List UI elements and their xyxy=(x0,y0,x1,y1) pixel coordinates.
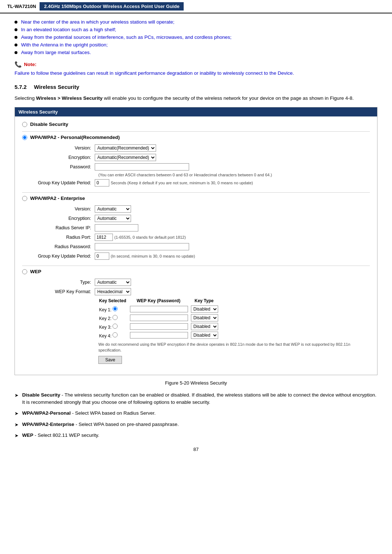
wpa-enterprise-radio[interactable] xyxy=(22,196,27,201)
col-key-type: Key Type xyxy=(190,297,220,305)
radius-ip-input[interactable] xyxy=(95,224,138,231)
group-key-hint: Seconds (Keep it default if you are not … xyxy=(111,181,370,185)
ws-box-header: Wireless Security xyxy=(15,107,377,116)
key4-input[interactable] xyxy=(130,332,188,338)
ent-version-row: Version: Automatic WPA WPA2 xyxy=(22,205,370,213)
password-hint-row: (You can enter ASCII characters between … xyxy=(22,173,370,177)
key2-radio[interactable] xyxy=(113,315,118,320)
radius-port-row: Radius Port: (1-65535, 0 stands for defa… xyxy=(22,234,370,241)
desc-item-text: WPA/WPA2-Enterprise - Select WPA based o… xyxy=(22,421,179,428)
key3-radio[interactable] xyxy=(113,324,118,329)
list-item-text: Away from large metal surfaces. xyxy=(21,50,91,55)
desc-term: WPA/WPA2-Personal xyxy=(22,410,71,416)
radius-port-hint: (1-65535, 0 stands for default port 1812… xyxy=(114,235,370,239)
version-select[interactable]: Automatic(Recommended) WPA WPA2 xyxy=(95,144,156,152)
key2-type-select[interactable]: Disabled 64bit 128bit 152bit xyxy=(191,314,218,321)
save-button[interactable]: Save xyxy=(98,356,122,364)
wpa-personal-radio[interactable] xyxy=(22,135,27,140)
section-description: Selecting Wireless > Wireless Security w… xyxy=(15,94,377,102)
section-number: 5.7.2 xyxy=(15,84,26,90)
version-row: Version: Automatic(Recommended) WPA WPA2 xyxy=(22,144,370,152)
wep-form: Type: Automatic Open System Shared Key W… xyxy=(22,279,370,364)
page-header: TL-WA7210N 2.4GHz 150Mbps Outdoor Wirele… xyxy=(0,0,392,13)
bullet-dot xyxy=(15,51,17,54)
key3-type-cell: Disabled 64bit 128bit 152bit xyxy=(190,322,220,331)
ws-box-body: Disable Security WPA/WPA2 - Personal(Rec… xyxy=(15,116,377,375)
key1-type-select[interactable]: Disabled 64bit 128bit 152bit xyxy=(191,305,218,313)
ent-encryption-label: Encryption: xyxy=(22,216,95,221)
wep-format-select[interactable]: Hexadecimal ASCII xyxy=(95,288,131,295)
password-hint: (You can enter ASCII characters between … xyxy=(98,173,272,177)
key2-input-cell xyxy=(129,313,190,322)
wpa-enterprise-row: WPA/WPA2 - Enterprise xyxy=(22,196,370,201)
wep-radio[interactable] xyxy=(22,269,27,274)
ent-group-key-row: Group Key Update Period: (In second, min… xyxy=(22,253,370,260)
header-title: 2.4GHz 150Mbps Outdoor Wireless Access P… xyxy=(40,2,184,11)
page-body: Near the center of the area in which you… xyxy=(0,19,392,467)
section-title: Wireless Security xyxy=(34,84,79,90)
list-item-text: Away from the potential sources of inter… xyxy=(21,34,232,40)
wireless-security-box: Wireless Security Disable Security WPA/W… xyxy=(15,107,377,375)
key4-type-cell: Disabled 64bit 128bit 152bit xyxy=(190,331,220,340)
wep-type-label: Type: xyxy=(22,280,95,285)
disable-security-row: Disable Security xyxy=(22,122,370,127)
arrow-bullet: ➤ xyxy=(15,410,19,417)
bullet-list: Near the center of the area in which you… xyxy=(15,19,377,55)
ent-encryption-row: Encryption: Automatic TKIP AES xyxy=(22,215,370,222)
key4-label: Key 4: xyxy=(98,331,129,340)
password-input[interactable] xyxy=(95,163,189,171)
radius-ip-row: Radius Server IP: xyxy=(22,224,370,231)
desc-item-enterprise: ➤ WPA/WPA2-Enterprise - Select WPA based… xyxy=(15,421,377,428)
wep-key-row-1: Key 1: Disabled 64bit 128bit xyxy=(98,305,220,313)
wep-type-select[interactable]: Automatic Open System Shared Key xyxy=(95,279,131,286)
section-heading: 5.7.2 Wireless Security xyxy=(15,84,377,90)
group-key-label: Group Key Update Period: xyxy=(22,180,95,185)
encryption-select[interactable]: Automatic(Recommended) TKIP AES xyxy=(95,154,156,161)
encryption-label: Encryption: xyxy=(22,155,95,160)
wep-format-row: WEP Key Format: Hexadecimal ASCII xyxy=(22,288,370,295)
ent-version-select[interactable]: Automatic WPA WPA2 xyxy=(95,205,131,213)
bullet-dot xyxy=(15,36,17,39)
wpa-personal-label: WPA/WPA2 - Personal(Recommended) xyxy=(30,135,120,140)
arrow-bullet: ➤ xyxy=(15,421,19,428)
arrow-bullet: ➤ xyxy=(15,432,19,439)
radius-pass-input[interactable] xyxy=(95,243,189,250)
radius-port-input[interactable] xyxy=(95,234,113,241)
radius-ip-label: Radius Server IP: xyxy=(22,225,95,230)
wep-warning: We do not recommend using the WEP encryp… xyxy=(98,342,370,353)
section-desc-bold: Wireless > Wireless Security xyxy=(36,95,102,101)
wep-key-row-3: Key 3: Disabled 64bit 128bit xyxy=(98,322,220,331)
ent-group-key-input[interactable] xyxy=(95,253,109,260)
key3-input-cell xyxy=(129,322,190,331)
page-number: 87 xyxy=(15,447,377,452)
group-key-input[interactable] xyxy=(95,179,109,186)
wep-key-row-4: Key 4: Disabled 64bit 128bit xyxy=(98,331,220,340)
list-item: With the Antenna in the upright position… xyxy=(15,42,377,48)
key1-type-cell: Disabled 64bit 128bit 152bit xyxy=(190,305,220,313)
list-item-text: In an elevated location such as a high s… xyxy=(21,27,116,32)
key2-input[interactable] xyxy=(130,315,188,321)
ent-encryption-select[interactable]: Automatic TKIP AES xyxy=(95,215,131,222)
bullet-dot xyxy=(15,44,17,46)
desc-term: Disable Security xyxy=(22,392,60,398)
wep-type-row: Type: Automatic Open System Shared Key xyxy=(22,279,370,286)
key4-type-select[interactable]: Disabled 64bit 128bit 152bit xyxy=(191,332,218,339)
list-item: In an elevated location such as a high s… xyxy=(15,27,377,32)
version-label: Version: xyxy=(22,145,95,151)
key1-input[interactable] xyxy=(130,306,188,312)
key1-radio[interactable] xyxy=(113,306,118,311)
key1-input-cell xyxy=(129,305,190,313)
key3-type-select[interactable]: Disabled 64bit 128bit 152bit xyxy=(191,323,218,330)
ent-version-label: Version: xyxy=(22,206,95,212)
note-section: 📞 Note: Failure to follow these guidelin… xyxy=(15,61,377,77)
desc-item-text: WPA/WPA2-Personal - Select WPA based on … xyxy=(22,410,156,417)
disable-security-radio[interactable] xyxy=(22,122,27,127)
description-list: ➤ Disable Security - The wireless securi… xyxy=(15,391,377,439)
key4-radio[interactable] xyxy=(113,332,118,337)
col-wep-key: WEP Key (Password) xyxy=(129,297,190,305)
list-item: Away from large metal surfaces. xyxy=(15,50,377,55)
desc-item-text: Disable Security - The wireless security… xyxy=(22,391,377,406)
bullet-dot xyxy=(15,28,17,31)
key3-input[interactable] xyxy=(130,323,188,330)
desc-item-disable: ➤ Disable Security - The wireless securi… xyxy=(15,391,377,406)
